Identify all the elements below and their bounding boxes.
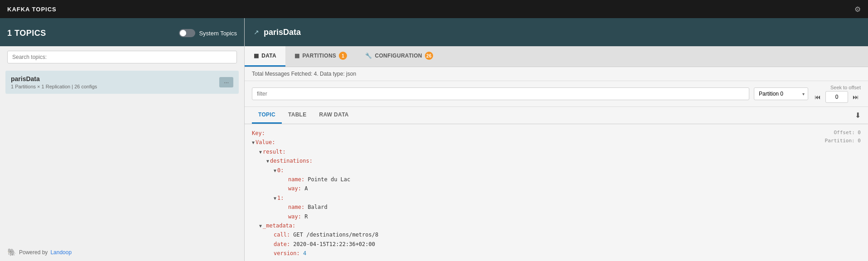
tab-configuration[interactable]: 🔧 CONFIGURATION 26 bbox=[356, 46, 442, 67]
json-item0-way-val: A bbox=[304, 184, 308, 193]
tab-data[interactable]: ▦ DATA bbox=[245, 46, 285, 67]
json-item0-way-key: way: bbox=[288, 184, 301, 193]
seek-offset-input[interactable] bbox=[825, 91, 848, 103]
item0-arrow[interactable]: ▼ bbox=[274, 167, 276, 174]
json-result-label: result: bbox=[263, 147, 286, 156]
json-version-line: version: 4 bbox=[252, 249, 861, 258]
json-item1-way-line: way: R bbox=[252, 212, 861, 221]
search-area bbox=[0, 46, 244, 68]
sub-tabs-bar: TOPIC TABLE RAW DATA ⬇ bbox=[245, 107, 868, 124]
seek-label: Seek to offset bbox=[830, 85, 861, 90]
partition-select[interactable]: Partition 0 Partition 1 bbox=[754, 87, 808, 100]
seek-first-button[interactable]: ⏮ bbox=[813, 92, 823, 102]
system-topics-toggle: System Topics bbox=[179, 29, 237, 37]
left-header: 1 TOPICS System Topics bbox=[0, 18, 244, 46]
tabs-bar: ▦ DATA ▦ PARTITIONS 1 🔧 CONFIGURATION 26 bbox=[245, 46, 868, 67]
destinations-arrow[interactable]: ▼ bbox=[266, 157, 269, 165]
sub-tab-topic[interactable]: TOPIC bbox=[252, 107, 282, 124]
topic-link-icon: ↗ bbox=[254, 29, 259, 36]
tab-partitions-label: PARTITIONS bbox=[302, 53, 336, 59]
json-item1-way-val: R bbox=[304, 212, 308, 221]
left-panel: 1 TOPICS System Topics parisData 1 Parti… bbox=[0, 18, 245, 261]
json-item1-line: ▼ 1: bbox=[252, 193, 861, 203]
topic-item[interactable]: parisData 1 Partitions × 1 Replication |… bbox=[5, 71, 239, 94]
filter-input[interactable] bbox=[252, 87, 749, 100]
data-tab-icon: ▦ bbox=[254, 53, 259, 59]
json-item0-name-line: name: Pointe du Lac bbox=[252, 175, 861, 184]
landoop-icon: 🐘 bbox=[7, 248, 16, 256]
json-destinations-line: ▼ destinations: bbox=[252, 156, 861, 165]
gear-icon[interactable]: ⚙ bbox=[854, 5, 861, 14]
json-item1-name-key: name: bbox=[288, 203, 304, 212]
json-call-line: call: GET /destinations/metros/8 bbox=[252, 230, 861, 239]
system-topics-switch[interactable] bbox=[179, 29, 195, 37]
app-title: KAFKA TOPICS bbox=[7, 6, 57, 13]
json-item0-label: 0: bbox=[277, 166, 284, 175]
config-tab-icon: 🔧 bbox=[365, 53, 372, 59]
result-arrow[interactable]: ▼ bbox=[259, 148, 262, 156]
system-topics-label: System Topics bbox=[199, 30, 237, 37]
offset-value: Offset: 0 bbox=[825, 129, 861, 137]
data-info-text: Total Messages Fetched: 4. Data type: js… bbox=[252, 71, 356, 77]
json-version-val: 4 bbox=[303, 249, 306, 258]
json-item1-label: 1: bbox=[277, 193, 284, 203]
download-button[interactable]: ⬇ bbox=[855, 111, 861, 120]
topic-menu-button[interactable]: ··· bbox=[219, 77, 233, 87]
seek-last-button[interactable]: ⏭ bbox=[851, 92, 861, 102]
partition-select-wrapper: Partition 0 Partition 1 bbox=[754, 87, 808, 100]
seek-controls: ⏮ ⏭ bbox=[813, 91, 861, 103]
search-input[interactable] bbox=[7, 51, 237, 63]
tab-data-label: DATA bbox=[261, 53, 276, 59]
json-value-line: ▼ Value: bbox=[252, 138, 861, 147]
json-call-val: GET /destinations/metros/8 bbox=[293, 230, 378, 239]
json-key-line: Key: bbox=[252, 129, 861, 138]
right-panel: ↗ parisData ▦ DATA ▦ PARTITIONS 1 🔧 CONF… bbox=[245, 18, 868, 261]
partition-value: Partition: 0 bbox=[825, 137, 861, 145]
topic-list: parisData 1 Partitions × 1 Replication |… bbox=[0, 68, 244, 243]
json-item1-name-val: Balard bbox=[308, 203, 327, 212]
json-metadata-line: ▼ _metadata: bbox=[252, 221, 861, 230]
powered-by-text: Powered by bbox=[19, 249, 48, 256]
json-version-key: version: bbox=[274, 249, 300, 258]
json-result-line: ▼ result: bbox=[252, 147, 861, 156]
configuration-tab-badge: 26 bbox=[425, 52, 433, 60]
top-nav: KAFKA TOPICS ⚙ bbox=[0, 0, 868, 18]
json-date-val: 2020-04-15T12:22:36+02:00 bbox=[293, 240, 375, 249]
partitions-tab-badge: 1 bbox=[339, 52, 347, 60]
tab-partitions[interactable]: ▦ PARTITIONS 1 bbox=[285, 46, 356, 67]
main-layout: 1 TOPICS System Topics parisData 1 Parti… bbox=[0, 18, 868, 261]
topic-name: parisData bbox=[11, 75, 97, 82]
topic-meta: 1 Partitions × 1 Replication | 26 config… bbox=[11, 84, 97, 89]
landoop-link[interactable]: Landoop bbox=[50, 249, 72, 256]
right-panel-title: parisData bbox=[264, 28, 301, 37]
tab-configuration-label: CONFIGURATION bbox=[375, 53, 422, 59]
json-value-label: Value: bbox=[256, 138, 275, 147]
json-date-line: date: 2020-04-15T12:22:36+02:00 bbox=[252, 240, 861, 249]
json-item1-way-key: way: bbox=[288, 212, 301, 221]
json-date-key: date: bbox=[274, 240, 290, 249]
json-key-label: Key: bbox=[252, 129, 265, 138]
json-metadata-label: _metadata: bbox=[263, 221, 295, 230]
value-arrow[interactable]: ▼ bbox=[252, 139, 255, 146]
json-item0-name-val: Pointe du Lac bbox=[308, 175, 350, 184]
json-item0-way-line: way: A bbox=[252, 184, 861, 193]
metadata-arrow[interactable]: ▼ bbox=[259, 222, 262, 230]
json-item0-line: ▼ 0: bbox=[252, 166, 861, 175]
json-item0-name-key: name: bbox=[288, 175, 304, 184]
sub-tab-rawdata[interactable]: RAW DATA bbox=[313, 107, 355, 124]
filter-seek-row: Partition 0 Partition 1 Seek to offset ⏮… bbox=[245, 81, 868, 107]
json-item1-name-line: name: Balard bbox=[252, 203, 861, 212]
item1-arrow[interactable]: ▼ bbox=[274, 194, 276, 202]
json-tree-area: Offset: 0 Partition: 0 Key: ▼ Value: ▼ r… bbox=[245, 124, 868, 261]
json-call-key: call: bbox=[274, 230, 290, 239]
powered-by: 🐘 Powered by Landoop bbox=[0, 243, 244, 261]
right-header: ↗ parisData bbox=[245, 18, 868, 46]
data-info-bar: Total Messages Fetched: 4. Data type: js… bbox=[245, 67, 868, 81]
sub-tab-table[interactable]: TABLE bbox=[282, 107, 313, 124]
topics-count-label: 1 TOPICS bbox=[7, 29, 46, 38]
offset-info: Offset: 0 Partition: 0 bbox=[825, 129, 861, 145]
json-destinations-label: destinations: bbox=[270, 156, 313, 165]
partitions-tab-icon: ▦ bbox=[294, 53, 299, 59]
